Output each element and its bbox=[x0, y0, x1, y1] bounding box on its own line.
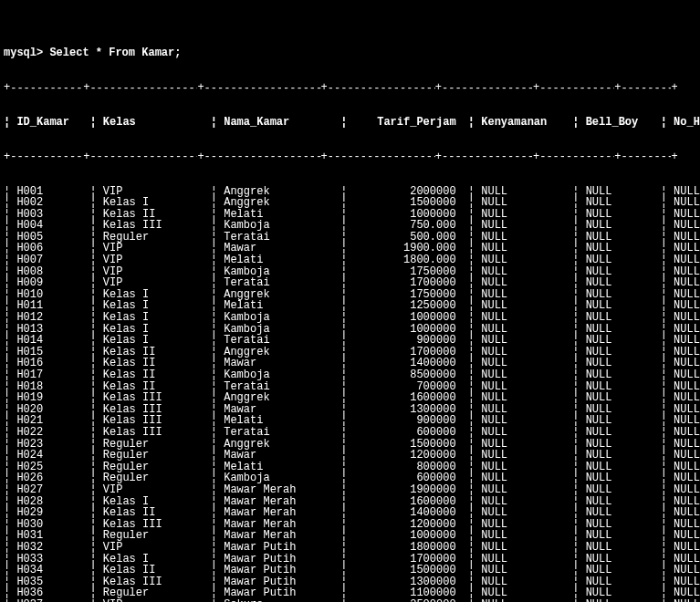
cell-no-hp: NULL bbox=[674, 277, 700, 289]
cell-kenyamanan: NULL bbox=[481, 277, 572, 289]
cell-id-kamar: H007 bbox=[16, 254, 89, 266]
cell-id-kamar: H032 bbox=[16, 542, 89, 554]
cell-kelas: Kelas I bbox=[103, 197, 211, 209]
table-row: ¦ H029¦ Kelas II¦ Mawar Merah¦ 1400000 ¦… bbox=[4, 507, 696, 519]
table-row: ¦ H012¦ Kelas I¦ Kamboja¦ 1000000 ¦ NULL… bbox=[4, 312, 696, 324]
table-row: ¦ H002¦ Kelas I¦ Anggrek¦ 1500000 ¦ NULL… bbox=[4, 197, 696, 209]
col-bell-boy: Bell_Boy bbox=[586, 117, 661, 129]
cell-no-hp: NULL bbox=[674, 392, 700, 404]
cell-id-kamar: H017 bbox=[16, 369, 89, 381]
cell-kenyamanan: NULL bbox=[481, 312, 572, 324]
cell-kelas: VIP bbox=[103, 484, 211, 496]
table-row: ¦ H009¦ VIP¦ Teratai¦ 1700000 ¦ NULL¦ NU… bbox=[4, 277, 696, 289]
cell-no-hp: NULL bbox=[674, 587, 700, 599]
cell-kelas: Reguler bbox=[103, 450, 211, 462]
cell-nama-kamar: Kamboja bbox=[224, 220, 340, 232]
cell-nama-kamar: Kamboja bbox=[224, 369, 340, 381]
cell-no-hp: NULL bbox=[674, 542, 700, 554]
cell-tarif-perjam: 900000 bbox=[354, 335, 462, 347]
cell-kenyamanan: NULL bbox=[481, 369, 572, 381]
cell-nama-kamar: Teratai bbox=[224, 277, 340, 289]
cell-no-hp: NULL bbox=[674, 507, 700, 519]
cell-nama-kamar: Mawar bbox=[224, 450, 340, 462]
cell-kelas: Kelas I bbox=[103, 335, 211, 347]
cell-nama-kamar: Kamboja bbox=[224, 312, 340, 324]
cell-id-kamar: H004 bbox=[16, 220, 89, 232]
table-row: ¦ H007¦ VIP¦ Melati¦ 1800.000 ¦ NULL¦ NU… bbox=[4, 254, 696, 266]
table-row: ¦ H036¦ Reguler¦ Mawar Putih¦ 1100000 ¦ … bbox=[4, 587, 696, 599]
cell-kelas: VIP bbox=[103, 542, 211, 554]
cell-no-hp: NULL bbox=[674, 484, 700, 496]
cell-tarif-perjam: 600000 bbox=[354, 427, 462, 439]
cell-kenyamanan: NULL bbox=[481, 220, 572, 232]
cell-bell-boy: NULL bbox=[586, 450, 661, 462]
table-row: ¦ H032¦ VIP¦ Mawar Putih¦ 1800000 ¦ NULL… bbox=[4, 542, 696, 554]
cell-kelas: Kelas III bbox=[103, 427, 211, 439]
cell-kenyamanan: NULL bbox=[481, 565, 572, 576]
cell-id-kamar: H034 bbox=[16, 565, 89, 576]
cell-no-hp: NULL bbox=[674, 197, 700, 209]
cell-id-kamar: H029 bbox=[16, 507, 89, 519]
cell-tarif-perjam: 1200000 bbox=[354, 450, 462, 462]
cell-tarif-perjam: 1700000 bbox=[354, 277, 462, 289]
cell-bell-boy: NULL bbox=[586, 277, 661, 289]
cell-kenyamanan: NULL bbox=[481, 587, 572, 599]
cell-no-hp: NULL bbox=[674, 335, 700, 347]
col-id-kamar: ID_Kamar bbox=[16, 117, 89, 129]
cell-bell-boy: NULL bbox=[586, 312, 661, 324]
col-kenyamanan: Kenyamanan bbox=[481, 117, 572, 129]
cell-no-hp: NULL bbox=[674, 254, 700, 266]
cell-no-hp: NULL bbox=[674, 312, 700, 324]
cell-tarif-perjam: 1800000 bbox=[354, 542, 462, 554]
table-row: ¦ H004¦ Kelas III¦ Kamboja¦ 750.000 ¦ NU… bbox=[4, 220, 696, 232]
cell-kenyamanan: NULL bbox=[481, 427, 572, 439]
cell-id-kamar: H002 bbox=[16, 197, 89, 209]
cell-kenyamanan: NULL bbox=[481, 507, 572, 519]
cell-id-kamar: H014 bbox=[16, 335, 89, 347]
col-no-hp: No_HP bbox=[674, 117, 700, 129]
cell-kenyamanan: NULL bbox=[481, 542, 572, 554]
table-header: ¦ ID_Kamar¦ Kelas¦ Nama_Kamar¦ Tarif_Per… bbox=[4, 117, 696, 129]
cell-id-kamar: H022 bbox=[16, 427, 89, 439]
cell-bell-boy: NULL bbox=[586, 220, 661, 232]
cell-tarif-perjam: 1900000 bbox=[354, 484, 462, 496]
table-body: ¦ H001¦ VIP¦ Anggrek¦ 2000000 ¦ NULL¦ NU… bbox=[4, 186, 696, 603]
table-row: ¦ H024¦ Reguler¦ Mawar¦ 1200000 ¦ NULL¦ … bbox=[4, 450, 696, 462]
table-row: ¦ H027¦ VIP¦ Mawar Merah¦ 1900000 ¦ NULL… bbox=[4, 484, 696, 496]
cell-kelas: VIP bbox=[103, 254, 211, 266]
cell-bell-boy: NULL bbox=[586, 484, 661, 496]
cell-nama-kamar: Mawar Merah bbox=[224, 507, 340, 519]
cell-id-kamar: H012 bbox=[16, 312, 89, 324]
cell-tarif-perjam: 750.000 bbox=[354, 220, 462, 232]
cell-kelas: Kelas III bbox=[103, 392, 211, 404]
cell-kenyamanan: NULL bbox=[481, 450, 572, 462]
cell-tarif-perjam: 1400000 bbox=[354, 507, 462, 519]
cell-kelas: Reguler bbox=[103, 587, 211, 599]
cell-kelas: Kelas I bbox=[103, 312, 211, 324]
cell-nama-kamar: Mawar Putih bbox=[224, 587, 340, 599]
cell-nama-kamar: Mawar Putih bbox=[224, 542, 340, 554]
cell-bell-boy: NULL bbox=[586, 335, 661, 347]
col-kelas: Kelas bbox=[103, 117, 211, 129]
separator-mid: ++++++++ bbox=[4, 151, 696, 163]
col-nama-kamar: Nama_Kamar bbox=[224, 117, 340, 129]
sql-prompt[interactable]: mysql> Select * From Kamar; bbox=[4, 47, 696, 59]
cell-tarif-perjam: 1000000 bbox=[354, 312, 462, 324]
table-row: ¦ H019¦ Kelas III¦ Anggrek¦ 1600000 ¦ NU… bbox=[4, 392, 696, 404]
cell-bell-boy: NULL bbox=[586, 587, 661, 599]
separator-top: ++++++++ bbox=[4, 82, 696, 94]
cell-no-hp: NULL bbox=[674, 369, 700, 381]
cell-kelas: VIP bbox=[103, 277, 211, 289]
cell-bell-boy: NULL bbox=[586, 542, 661, 554]
cell-id-kamar: H027 bbox=[16, 484, 89, 496]
cell-id-kamar: H009 bbox=[16, 277, 89, 289]
cell-tarif-perjam: 1500000 bbox=[354, 197, 462, 209]
cell-nama-kamar: Melati bbox=[224, 254, 340, 266]
cell-no-hp: NULL bbox=[674, 565, 700, 576]
cell-bell-boy: NULL bbox=[586, 427, 661, 439]
table-row: ¦ H034¦ Kelas II¦ Mawar Putih¦ 1500000 ¦… bbox=[4, 565, 696, 576]
cell-nama-kamar: Teratai bbox=[224, 427, 340, 439]
cell-nama-kamar: Mawar Putih bbox=[224, 565, 340, 576]
cell-id-kamar: H019 bbox=[16, 392, 89, 404]
cell-bell-boy: NULL bbox=[586, 565, 661, 576]
